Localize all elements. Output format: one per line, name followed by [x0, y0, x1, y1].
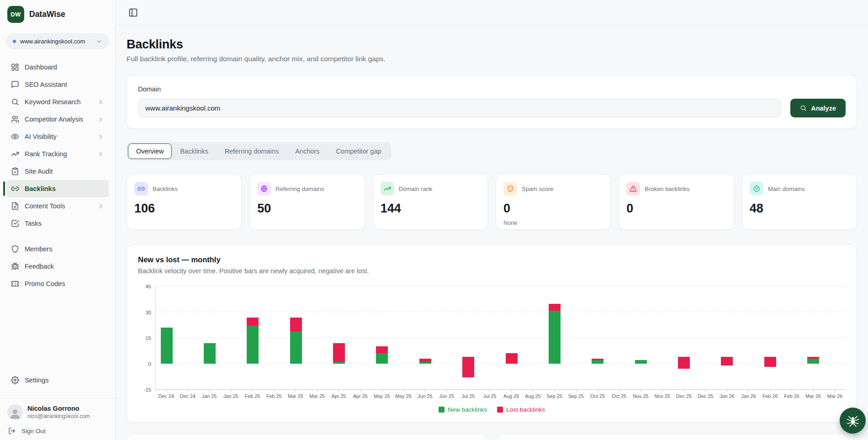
bug-icon	[11, 262, 19, 270]
sidebar-bottom: Settings	[0, 371, 115, 393]
bar-new-backlinks	[807, 359, 819, 364]
chart-slots	[156, 286, 846, 389]
bottom-card-left	[127, 434, 487, 440]
sidebar-item-settings[interactable]: Settings	[6, 371, 109, 389]
x-tick-label: Jan 25	[220, 390, 242, 399]
chevron-right-icon	[97, 203, 104, 210]
chart-slot	[479, 286, 501, 389]
sidebar-item-label: AI Visibility	[25, 133, 57, 140]
sidebar-item-label: Keyword Research	[25, 98, 81, 106]
sidebar-item-label: Competitor Analysis	[25, 116, 83, 123]
tab-referring-domains[interactable]: Referring domains	[217, 143, 287, 159]
x-tick-label: Apr 25	[328, 390, 349, 399]
bar-lost-backlinks	[592, 359, 603, 360]
bar-lost-backlinks	[764, 357, 776, 367]
sidebar-nav: Dashboard SEO Assistant Keyword Research…	[0, 52, 115, 292]
bar-lost-backlinks	[721, 357, 733, 366]
link-icon	[134, 182, 148, 196]
chart-title: New vs lost — monthly	[138, 255, 846, 264]
sidebar-item-promo-codes[interactable]: Promo Codes	[6, 275, 109, 292]
chevron-right-icon	[97, 151, 104, 158]
x-tick-label: May 25	[392, 390, 414, 399]
tab-backlinks[interactable]: Backlinks	[172, 143, 216, 159]
user-info: Nicolas Gorrono nico@airankingskool.com	[27, 405, 90, 419]
chart-slot	[221, 286, 242, 389]
bar-lost-backlinks	[419, 359, 431, 362]
clipboard-check-icon	[11, 167, 19, 175]
bar-lost-backlinks	[462, 357, 474, 377]
legend-swatch-lost	[497, 407, 503, 413]
sidebar-toggle-icon[interactable]	[128, 8, 138, 17]
search-icon	[11, 98, 19, 106]
sidebar-item-site-audit[interactable]: Site Audit	[6, 163, 109, 180]
chart-slot	[609, 286, 630, 389]
sidebar-item-seo-assistant[interactable]: SEO Assistant	[6, 76, 109, 93]
tab-overview[interactable]: Overview	[128, 143, 172, 159]
chart-slot	[630, 286, 651, 389]
x-tick-label: Dec 25	[673, 390, 694, 399]
y-tick-label: 30	[145, 310, 151, 315]
tab-competitor-gap[interactable]: Competitor gap	[328, 143, 389, 159]
bar-lost-backlinks	[807, 357, 819, 359]
chart-x-labels: Dec 24Dec 24Jan 25Jan 25Feb 25Feb 25Mar …	[155, 390, 846, 399]
sidebar: DW DataWise www.airankingskool.com Dashb…	[0, 0, 116, 440]
workspace-domain-selector[interactable]: www.airankingskool.com	[6, 33, 109, 49]
sidebar-item-feedback[interactable]: Feedback	[6, 258, 109, 275]
stat-label: Broken backlinks	[645, 186, 689, 192]
sidebar-item-content-tools[interactable]: Content Tools	[6, 197, 109, 215]
sign-out-label: Sign Out	[21, 428, 46, 435]
sidebar-item-tasks[interactable]: Tasks	[6, 215, 109, 232]
stat-card-broken-backlinks: Broken backlinks 0	[619, 174, 734, 230]
page-subtitle: Full backlink profile, referring domain …	[127, 55, 857, 63]
sidebar-item-competitor-analysis[interactable]: Competitor Analysis	[6, 111, 109, 128]
chart-legend: New backlinks Lost backlinks	[138, 406, 846, 413]
tab-anchors[interactable]: Anchors	[287, 143, 328, 159]
sidebar-item-dashboard[interactable]: Dashboard	[6, 58, 109, 76]
domain-input[interactable]	[138, 99, 781, 117]
x-tick-label: Sep 25	[544, 390, 565, 399]
sidebar-item-label: Promo Codes	[25, 280, 65, 287]
x-tick-label: Feb 25	[263, 390, 285, 399]
sidebar-item-members[interactable]: Members	[6, 240, 109, 258]
brand-name: DataWise	[29, 10, 65, 19]
user-name: Nicolas Gorrono	[27, 405, 90, 412]
x-tick-label: Feb 25	[242, 390, 263, 399]
legend-item-new: New backlinks	[439, 406, 487, 413]
page-title: Backlinks	[127, 37, 857, 52]
bar-new-backlinks	[376, 353, 388, 364]
sidebar-item-label: Feedback	[25, 263, 54, 270]
stat-value: 0	[503, 201, 603, 216]
chart-slot	[522, 286, 544, 389]
x-tick-label: Mar 25	[285, 390, 306, 399]
x-tick-label: Nov 25	[630, 390, 651, 399]
chart-slot	[781, 286, 802, 389]
chart-slot	[544, 286, 565, 389]
x-tick-label: Dec 24	[177, 390, 198, 399]
stat-label: Referring domains	[275, 186, 324, 192]
sidebar-item-label: Settings	[25, 376, 48, 384]
chart-slot	[458, 286, 479, 389]
analyze-button[interactable]: Analyze	[790, 99, 846, 117]
section-tabs: Overview Backlinks Referring domains Anc…	[127, 142, 391, 160]
report-bug-button[interactable]	[840, 408, 866, 434]
gear-icon	[11, 376, 19, 384]
topbar	[116, 0, 868, 25]
x-tick-label: Dec 25	[694, 390, 716, 399]
chart-card: New vs lost — monthly Backlink velocity …	[127, 244, 857, 423]
log-out-icon	[8, 427, 16, 435]
sidebar-item-keyword-research[interactable]: Keyword Research	[6, 93, 109, 111]
x-tick-label: Aug 25	[522, 390, 544, 399]
sidebar-item-backlinks[interactable]: Backlinks	[6, 180, 109, 197]
y-tick-label: 0	[148, 361, 151, 367]
user-profile[interactable]: Nicolas Gorrono nico@airankingskool.com	[0, 398, 115, 422]
chart-slot	[177, 286, 199, 389]
sidebar-item-rank-tracking[interactable]: Rank Tracking	[6, 145, 109, 163]
bar-new-backlinks	[635, 360, 647, 364]
x-tick-label: May 25	[371, 390, 392, 399]
stat-label: Domain rank	[399, 186, 433, 192]
sidebar-item-ai-visibility[interactable]: AI Visibility	[6, 128, 109, 145]
user-email: nico@airankingskool.com	[27, 413, 90, 419]
sidebar-spacer	[0, 292, 115, 371]
sign-out-button[interactable]: Sign Out	[0, 422, 115, 440]
stat-card-backlinks: Backlinks 106	[127, 174, 242, 230]
